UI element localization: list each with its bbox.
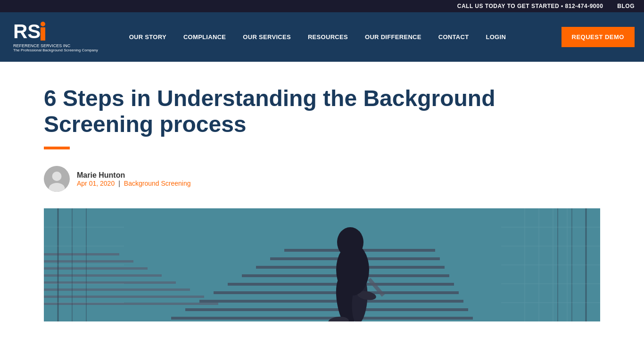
logo-i-bar [41,27,45,41]
logo-tagline2: The Professional Background Screening Co… [13,48,98,52]
avatar-icon [44,166,70,192]
author-name: Marie Hunton [77,171,190,180]
top-bar: CALL US TODAY TO GET STARTED • 812-474-9… [0,0,644,12]
author-separator: | [118,180,120,187]
svg-rect-8 [44,274,162,277]
nav-compliance[interactable]: COMPLIANCE [175,12,234,62]
nav-contact[interactable]: CONTACT [430,12,478,62]
author-category[interactable]: Background Screening [124,180,191,187]
logo-i-container [41,22,45,41]
svg-rect-14 [199,300,463,303]
nav-our-services[interactable]: OUR SERVICES [234,12,299,62]
navbar: R S REFERENCE SERVICES INC The Professio… [0,12,644,62]
svg-point-33 [337,227,363,257]
phone-text: CALL US TODAY TO GET STARTED • 812-474-9… [457,3,603,9]
svg-rect-5 [44,296,204,298]
logo-area[interactable]: R S REFERENCE SERVICES INC The Professio… [9,18,102,56]
article-title: 6 Steps in Understanding the Background … [44,85,562,137]
nav-links: OUR STORY COMPLIANCE OUR SERVICES RESOUR… [121,12,561,62]
author-meta: Apr 01, 2020 | Background Screening [77,180,190,187]
staircase-svg [44,208,600,321]
svg-rect-11 [44,253,119,255]
title-underline [44,147,70,149]
logo-i-dot [41,22,45,26]
author-row: Marie Hunton Apr 01, 2020 | Background S… [44,166,600,192]
main-content: 6 Steps in Understanding the Background … [16,62,628,321]
svg-rect-12 [171,317,473,320]
logo-r-letter: R [13,22,27,41]
nav-login[interactable]: LOGIN [477,12,514,62]
author-date: Apr 01, 2020 [77,180,115,187]
svg-rect-13 [185,308,468,311]
nav-resources[interactable]: RESOURCES [299,12,356,62]
svg-rect-7 [44,281,176,284]
logo-s-letter: S [27,22,41,41]
svg-rect-6 [44,288,190,291]
logo-box: R S REFERENCE SERVICES INC The Professio… [9,18,102,56]
request-demo-button[interactable]: REQUEST DEMO [561,27,635,47]
logo-tagline: REFERENCE SERVICES INC [13,43,70,48]
nav-our-difference[interactable]: OUR DIFFERENCE [356,12,430,62]
author-info: Marie Hunton Apr 01, 2020 | Background S… [77,171,190,187]
logo-rsi: R S [13,22,45,41]
blog-link[interactable]: BLOG [617,3,635,9]
svg-point-1 [52,172,62,181]
hero-image [44,208,600,321]
svg-rect-4 [44,303,218,305]
svg-rect-9 [44,267,148,270]
avatar [44,166,70,192]
nav-our-story[interactable]: OUR STORY [121,12,175,62]
